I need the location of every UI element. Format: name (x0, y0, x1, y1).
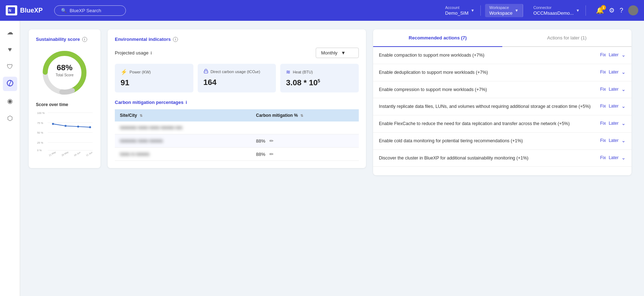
sidebar-item-cloud[interactable]: ☁ (3, 25, 17, 39)
later-link-5[interactable]: Later (609, 121, 619, 126)
later-link-2[interactable]: Later (609, 70, 619, 75)
carbon-sort-icon: ⇅ (300, 114, 303, 118)
tab-actions-for-later[interactable]: Actions for later (1) (502, 29, 631, 46)
health-icon: ♥ (8, 46, 12, 53)
site-city-header[interactable]: Site/City ⇅ (115, 109, 251, 121)
action-links-7: Fix Later ⌄ (600, 155, 626, 161)
environmental-info-icon[interactable]: i (173, 37, 178, 42)
account-section[interactable]: Account Demo_SIM ▼ (439, 5, 481, 16)
expand-icon-4[interactable]: ⌄ (621, 103, 626, 109)
topnav: N BlueXP 🔍 BlueXP Search Account Demo_SI… (0, 0, 644, 21)
action-links-2: Fix Later ⌄ (600, 69, 626, 75)
edit-icon-3[interactable]: ✏ (269, 151, 274, 157)
score-chart-area: 100 % 75 % 50 % 25 % 0 % (36, 110, 93, 153)
donut-chart: 68% Total Score (39, 48, 90, 98)
table-row: NNNNN NNN NNN NNNN NN (115, 121, 359, 134)
carbon-mitigation-info-icon[interactable]: i (185, 100, 187, 105)
table-row: NNN N NNNN 88% ✏ (115, 148, 359, 161)
workspace-dropdown-icon: ▼ (515, 8, 519, 13)
action-text-1: Enable compaction to support more worklo… (379, 52, 596, 59)
discovery-icon: ◉ (7, 97, 13, 105)
action-text-5: Enable FlexCache to reduce the need for … (379, 120, 596, 127)
svg-point-20 (77, 125, 79, 128)
user-avatar[interactable] (628, 5, 638, 15)
fix-link-6[interactable]: Fix (600, 138, 606, 143)
later-link-4[interactable]: Later (609, 104, 619, 109)
monthly-dropdown[interactable]: Monthly ▼ (316, 48, 359, 58)
action-links-3: Fix Later ⌄ (600, 86, 626, 92)
power-icon: ⚡ (121, 69, 127, 75)
notification-button[interactable]: 🔔 1 (596, 6, 604, 14)
expand-icon-3[interactable]: ⌄ (621, 86, 626, 92)
fix-link-5[interactable]: Fix (600, 121, 606, 126)
sidebar-item-network[interactable]: ⬡ (3, 111, 17, 125)
action-text-4: Instantly replicate data files, LUNs, an… (379, 103, 596, 110)
env-top-row: Projected usage i Monthly ▼ (115, 48, 359, 58)
actions-tabs: Recommended actions (7) Actions for late… (373, 29, 631, 47)
search-icon: 🔍 (61, 8, 67, 13)
sidebar-item-sustainability[interactable] (3, 77, 17, 91)
logo-text: BlueXP (20, 7, 43, 14)
search-bar[interactable]: 🔍 BlueXP Search (54, 5, 126, 16)
power-value: 91 (121, 78, 188, 87)
action-links-1: Fix Later ⌄ (600, 52, 626, 58)
fix-link-7[interactable]: Fix (600, 155, 606, 160)
later-link-7[interactable]: Later (609, 155, 619, 160)
donut-chart-container: 68% Total Score (36, 48, 93, 98)
svg-text:50 %: 50 % (37, 131, 43, 134)
sidebar-item-discovery[interactable]: ◉ (3, 94, 17, 108)
action-item-6: Enable cold data monitoring for potentia… (373, 133, 631, 150)
fix-link-4[interactable]: Fix (600, 104, 606, 109)
carbon-table: Site/City ⇅ Carbon mitigation % ⇅ NNNNN … (115, 109, 359, 161)
logo[interactable]: N BlueXP (6, 5, 43, 15)
later-link-3[interactable]: Later (609, 87, 619, 92)
power-metric-label: ⚡ Power (KW) (121, 69, 188, 75)
sustainability-score-info-icon[interactable]: i (82, 37, 87, 42)
fix-link-3[interactable]: Fix (600, 87, 606, 92)
svg-text:68%: 68% (57, 63, 72, 72)
connector-value: OCCMsaasDemo... (533, 10, 574, 16)
expand-icon-1[interactable]: ⌄ (621, 52, 626, 58)
svg-rect-26 (204, 71, 208, 73)
expand-icon-7[interactable]: ⌄ (621, 155, 626, 161)
network-icon: ⬡ (7, 114, 13, 122)
recommended-actions-card: Recommended actions (7) Actions for late… (373, 29, 631, 175)
expand-icon-5[interactable]: ⌄ (621, 120, 626, 126)
nav-icons: 🔔 1 ⚙ ? (590, 5, 638, 15)
action-links-4: Fix Later ⌄ (600, 103, 626, 109)
metric-carbon: Direct carbon usage (tCO₂e) 164 (198, 64, 276, 92)
carbon-mitigation-header[interactable]: Carbon mitigation % ⇅ (251, 109, 359, 121)
edit-icon-2[interactable]: ✏ (269, 138, 274, 144)
site-cell-1: NNNNN NNN NNN NNNN NN (115, 121, 251, 134)
projected-usage-info-icon[interactable]: i (151, 50, 152, 56)
help-button[interactable]: ? (620, 7, 623, 14)
svg-text:75 %: 75 % (37, 121, 43, 125)
heat-value: 3.08 * 105 (286, 78, 353, 87)
account-value: Demo_SIM (445, 10, 469, 16)
carbon-metric-label: Direct carbon usage (tCO₂e) (203, 69, 271, 75)
sidebar-item-health[interactable]: ♥ (3, 42, 17, 57)
cloud-icon: ☁ (7, 28, 13, 36)
connector-section[interactable]: Connector OCCMsaasDemo... ▼ (527, 5, 586, 16)
later-link-6[interactable]: Later (609, 138, 619, 143)
shield-icon: 🛡 (7, 63, 13, 71)
metric-heat: ≋ Heat (BTU) 3.08 * 105 (280, 64, 359, 92)
tab-recommended-actions[interactable]: Recommended actions (7) (373, 29, 502, 47)
value-cell-1 (251, 121, 359, 134)
action-text-7: Discover the cluster in BlueXP for addit… (379, 155, 596, 162)
svg-text:28 May: 28 May (61, 151, 69, 157)
workspace-section[interactable]: Workspace Workspace ▼ (485, 4, 523, 17)
settings-button[interactable]: ⚙ (609, 6, 615, 14)
expand-icon-2[interactable]: ⌄ (621, 69, 626, 75)
workspace-label: Workspace (489, 5, 513, 10)
carbon-mitigation-title: Carbon mitigation percentages i (115, 100, 359, 105)
score-over-time-title: Score over time (36, 102, 93, 107)
svg-text:N: N (9, 9, 11, 13)
fix-link-2[interactable]: Fix (600, 70, 606, 75)
carbon-value: 164 (203, 78, 271, 87)
fix-link-1[interactable]: Fix (600, 52, 606, 57)
heat-metric-label: ≋ Heat (BTU) (286, 69, 353, 75)
later-link-1[interactable]: Later (609, 52, 619, 57)
sidebar-item-security[interactable]: 🛡 (3, 59, 17, 74)
expand-icon-6[interactable]: ⌄ (621, 138, 626, 143)
